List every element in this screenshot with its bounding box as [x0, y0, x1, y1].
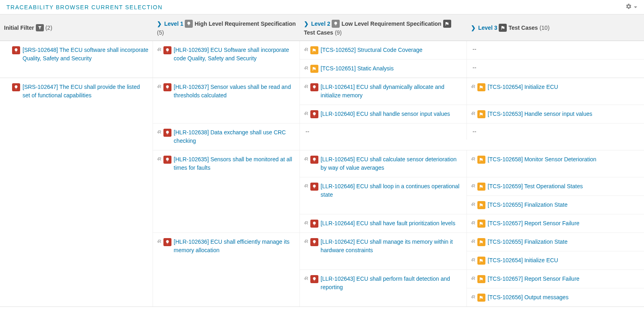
item-link[interactable]: [LLR-102645] ECU shall calculate sensor …	[321, 155, 462, 172]
bulb-icon	[163, 238, 171, 246]
column-label: Initial Filter	[4, 25, 34, 31]
bulb-icon	[310, 83, 318, 91]
filter-icon[interactable]	[36, 24, 44, 31]
no-link-dash: --	[304, 128, 309, 135]
traceability-grid: [SRS-102648] The ECU software shall inco…	[0, 41, 644, 307]
tcs-cell: ‹R[TCS-102654] Initialize ECU	[467, 251, 644, 269]
item-link[interactable]: [TCS-102651] Static Analysis	[321, 64, 394, 73]
flag-icon	[477, 275, 485, 283]
settings-menu[interactable]	[625, 3, 638, 11]
tcs-cell: ‹R[TCS-102655] Finalization State	[467, 196, 644, 214]
item-link[interactable]: [HLR-102636] ECU shall efficiently manag…	[174, 238, 295, 255]
hlr-cell: ‹R[HLR-102637] Sensor values shall be re…	[153, 78, 300, 123]
bulb-icon	[185, 20, 193, 28]
flag-icon	[477, 238, 485, 246]
trace-item: ‹R[HLR-102635] Sensors shall be monitore…	[157, 154, 295, 173]
trace-item: [SRS-102647] The ECU shall provide the l…	[12, 82, 149, 101]
srs-row: [SRS-102648] The ECU software shall inco…	[0, 41, 644, 78]
trace-item: ‹R[TCS-102655] Finalization State	[471, 237, 640, 247]
item-link[interactable]: [TCS-102657] Report Sensor Failure	[488, 275, 580, 283]
bulb-icon	[163, 156, 171, 164]
bulb-icon	[163, 46, 171, 54]
relation-icon: ‹R	[304, 276, 308, 281]
item-link[interactable]: [HLR-102637] Sensor values shall be read…	[174, 83, 295, 100]
trace-item: ‹R[TCS-102659] Test Operational States	[471, 181, 640, 191]
flag-icon	[310, 46, 318, 54]
llr-row: ‹R[LLR-102645] ECU shall calculate senso…	[300, 150, 644, 177]
item-link[interactable]: [TCS-102652] Structural Code Coverage	[321, 46, 423, 54]
trace-item: ‹R[TCS-102654] Initialize ECU	[471, 255, 640, 265]
chevron-right-icon[interactable]: ❯	[471, 25, 476, 31]
tcs-cell: ‹R[TCS-102653] Handle sensor input value…	[467, 105, 644, 123]
item-link[interactable]: [LLR-102643] ECU shall perform fault det…	[321, 275, 462, 292]
column-label-2: Test Cases	[304, 29, 333, 36]
hlr-row: ‹R[HLR-102635] Sensors shall be monitore…	[153, 150, 644, 233]
chevron-right-icon[interactable]: ❯	[304, 21, 309, 27]
bulb-icon	[310, 156, 318, 164]
hlr-cell: ‹R[HLR-102639] ECU Software shall incorp…	[153, 41, 300, 78]
item-link[interactable]: [HLR-102635] Sensors shall be monitored …	[174, 155, 295, 172]
panel-header: TRACEABILITY BROWSER CURRENT SELECTION	[0, 0, 644, 14]
item-link[interactable]: [SRS-102648] The ECU software shall inco…	[23, 46, 149, 63]
item-link[interactable]: [SRS-102647] The ECU shall provide the l…	[23, 83, 149, 100]
item-link[interactable]: [TCS-102658] Monitor Sensor Deterioratio…	[488, 155, 597, 164]
trace-item: ‹R[TCS-102657] Report Sensor Failure	[471, 218, 640, 228]
hlr-cell: ‹R[HLR-102638] Data exchange shall use C…	[153, 123, 300, 150]
llr-row: ‹R[LLR-102640] ECU shall handle sensor i…	[300, 105, 644, 123]
llr-cell: ‹R[LLR-102643] ECU shall perform fault d…	[300, 270, 467, 306]
chevron-right-icon[interactable]: ❯	[157, 21, 162, 27]
item-link[interactable]: [HLR-102639] ECU Software shall incorpor…	[174, 46, 295, 63]
item-link[interactable]: [TCS-102655] Finalization State	[488, 201, 568, 209]
item-link[interactable]: [TCS-102656] Output messages	[488, 293, 569, 302]
item-link[interactable]: [TCS-102659] Test Operational States	[488, 182, 583, 191]
relation-icon: ‹R	[157, 130, 161, 134]
relation-icon: ‹R	[471, 220, 475, 225]
item-link[interactable]: [TCS-102653] Handle sensor input values	[488, 110, 592, 118]
tcs-stack: ‹R[TCS-102658] Monitor Sensor Deteriorat…	[467, 150, 644, 177]
item-link[interactable]: [HLR-102638] Data exchange shall use CRC…	[174, 128, 295, 145]
column-count: (5)	[157, 29, 164, 36]
tcs-stack: ‹R[TCS-102657] Report Sensor Failure	[467, 214, 644, 232]
llr-row: ‹R[LLR-102643] ECU shall perform fault d…	[300, 270, 644, 306]
gear-icon	[625, 3, 632, 11]
item-link[interactable]: [LLR-102642] ECU shall manage its memory…	[321, 238, 462, 255]
relation-icon: ‹R	[157, 47, 161, 52]
llr-row: ‹R[TCS-102651] Static Analysis--	[300, 60, 644, 78]
relation-icon: ‹R	[471, 111, 475, 116]
trace-item: ‹R[TCS-102658] Monitor Sensor Deteriorat…	[471, 154, 640, 164]
tcs-stack: ‹R[TCS-102653] Handle sensor input value…	[467, 105, 644, 123]
level-label: Level 1	[164, 21, 183, 27]
columns-header: Initial Filter (2) ❯ Level 1 High Level …	[0, 14, 644, 41]
flag-icon	[477, 110, 485, 118]
llr-cell: ‹R[LLR-102641] ECU shall dynamically all…	[300, 78, 467, 105]
tcs-stack: ‹R[TCS-102655] Finalization State‹R[TCS-…	[467, 233, 644, 269]
item-link[interactable]: [TCS-102654] Initialize ECU	[488, 256, 558, 265]
relation-icon: ‹R	[471, 202, 475, 207]
trace-item: ‹R[LLR-102645] ECU shall calculate senso…	[304, 154, 462, 173]
tcs-cell: ‹R[TCS-102654] Initialize ECU	[467, 78, 644, 96]
relation-icon: ‹R	[304, 220, 308, 225]
item-link[interactable]: [TCS-102654] Initialize ECU	[488, 83, 558, 91]
item-link[interactable]: [TCS-102655] Finalization State	[488, 238, 568, 246]
item-link[interactable]: [LLR-102640] ECU shall handle sensor inp…	[321, 110, 450, 118]
item-link[interactable]: [TCS-102657] Report Sensor Failure	[488, 219, 580, 228]
tcs-cell: ‹R[TCS-102657] Report Sensor Failure	[467, 214, 644, 232]
tcs-cell: ‹R[TCS-102655] Finalization State	[467, 233, 644, 251]
item-link[interactable]: [LLR-102646] ECU shall loop in a continu…	[321, 182, 462, 199]
llr-cell: ‹R[LLR-102645] ECU shall calculate senso…	[300, 150, 467, 177]
column-header-level1: ❯ Level 1 High Level Requirement Specifi…	[153, 17, 300, 38]
tcs-cell: ‹R[TCS-102659] Test Operational States	[467, 177, 644, 196]
hlr-cell: ‹R[HLR-102635] Sensors shall be monitore…	[153, 150, 300, 232]
tcs-stack: --	[467, 123, 644, 140]
llr-row: ‹R[LLR-102641] ECU shall dynamically all…	[300, 78, 644, 105]
relation-icon: ‹R	[304, 183, 308, 188]
column-label: Low Level Requirement Specification	[341, 21, 441, 27]
relation-icon: ‹R	[304, 84, 308, 89]
item-link[interactable]: [LLR-102644] ECU shall have fault priori…	[321, 219, 456, 228]
trace-item: ‹R[TCS-102653] Handle sensor input value…	[471, 109, 640, 119]
llr-row: ----	[300, 123, 644, 140]
llr-cell: ‹R[TCS-102651] Static Analysis	[300, 60, 467, 78]
relation-icon: ‹R	[304, 66, 308, 70]
item-link[interactable]: [LLR-102641] ECU shall dynamically alloc…	[321, 83, 462, 100]
relation-icon: ‹R	[471, 239, 475, 244]
